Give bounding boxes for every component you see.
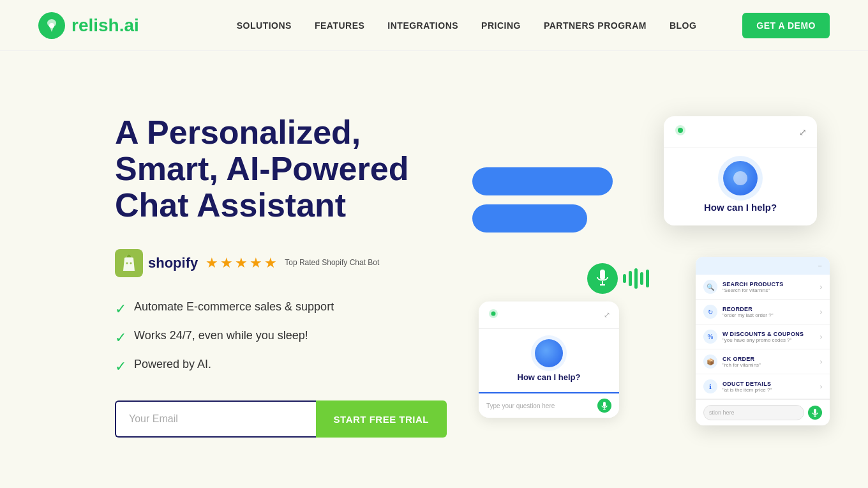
nav-solutions[interactable]: SOLUTIONS [237, 20, 292, 31]
start-trial-button[interactable]: START FREE TRIAL [316, 400, 447, 438]
star-3: ★ [235, 255, 248, 271]
option-title-5: ODUCT DETAILS [722, 381, 815, 387]
option-subtitle-3: "you have any promo codes ?" [722, 337, 815, 343]
svg-point-3 [130, 263, 132, 264]
star-2: ★ [220, 255, 233, 271]
nav-pricing[interactable]: PRICING [481, 20, 521, 31]
ai-orb-inner [733, 171, 747, 185]
shopify-name: shopify [148, 255, 198, 271]
product-option-icon: ℹ [703, 379, 717, 393]
feature-3: ✓ Powered by AI. [115, 358, 447, 375]
arrow-icon-3: › [820, 333, 822, 340]
chat-back-logo [488, 308, 499, 322]
sound-bar-3 [634, 268, 638, 289]
chat-logo-icon [674, 124, 687, 140]
how-can-help-small: How can I help? [518, 372, 581, 382]
check-icon-1: ✓ [115, 301, 126, 317]
option-content-3: W DISCOUNTS & COUPONS "you have any prom… [722, 331, 815, 343]
hero-section: A Personalized, Smart, AI-Powered Chat A… [0, 51, 868, 488]
option-content-2: REORDER "order my last order ?" [722, 306, 815, 318]
collapse-icon[interactable]: − [818, 262, 822, 270]
nav-links: SOLUTIONS FEATURES INTEGRATIONS PRICING … [237, 20, 830, 31]
chat-bubble-2 [472, 204, 587, 233]
shopify-logo: shopify [115, 249, 198, 277]
nav-partners[interactable]: PARTNERS PROGRAM [544, 20, 647, 31]
expand-icon[interactable]: ⤢ [799, 127, 807, 137]
options-input-area: stion here [696, 399, 830, 425]
chat-options-panel: − 🔍 SEARCH PRODUCTS "Search for vitamins… [696, 257, 830, 425]
star-1: ★ [206, 255, 218, 271]
sound-bar-5 [646, 270, 649, 287]
ai-orb-small [535, 339, 563, 367]
check-icon-2: ✓ [115, 330, 126, 346]
mic-icon [587, 263, 618, 294]
chat-body: How can I help? [664, 148, 817, 225]
sound-bars [623, 268, 649, 289]
discount-option-icon: % [703, 330, 717, 344]
chat-bubble-1 [472, 167, 613, 195]
option-content-5: ODUCT DETAILS "at is the item price ?" [722, 381, 815, 393]
option-track-order[interactable]: 📦 CK ORDER "rch for vitamins" › [696, 349, 830, 374]
features-list: ✓ Automate E-commerce sales & support ✓ … [115, 300, 447, 375]
option-subtitle-2: "order my last order ?" [722, 312, 815, 318]
nav-features[interactable]: FEATURES [315, 20, 364, 31]
sound-bar-1 [623, 274, 626, 283]
navigation: relish.ai SOLUTIONS FEATURES INTEGRATION… [0, 0, 868, 51]
star-5: ★ [264, 255, 277, 271]
cta-row: START FREE TRIAL [115, 400, 447, 438]
mic-small-svg [812, 409, 818, 417]
logo-icon [38, 12, 65, 39]
option-title-1: SEARCH PRODUCTS [722, 281, 815, 287]
get-demo-button[interactable]: GET A DEMO [742, 13, 830, 38]
chat-bubbles-bg [472, 167, 613, 233]
feature-1: ✓ Automate E-commerce sales & support [115, 300, 447, 317]
option-content-4: CK ORDER "rch for vitamins" [722, 356, 815, 368]
back-expand-icon[interactable]: ⤢ [604, 310, 610, 319]
sound-bar-2 [629, 271, 632, 286]
chat-back-body: How can I help? [479, 329, 619, 392]
chat-back-header: ⤢ [479, 301, 619, 329]
chat-header: ⤢ [664, 116, 817, 148]
shopify-badge: shopify ★ ★ ★ ★ ★ Top Rated Shopify Chat… [115, 249, 447, 277]
options-input[interactable]: stion here [703, 405, 804, 420]
option-subtitle-4: "rch for vitamins" [722, 362, 815, 368]
ai-orb [723, 161, 758, 195]
option-subtitle-5: "at is the item price ?" [722, 387, 815, 393]
hero-title: A Personalized, Smart, AI-Powered Chat A… [115, 114, 447, 224]
options-header: − [696, 257, 830, 275]
chat-widget-main: ⤢ How can I help? [664, 116, 817, 225]
hero-illustration: ⤢ How can I help? − 🔍 SEARCH PRODUCTS "S… [472, 116, 830, 436]
option-title-2: REORDER [722, 306, 815, 312]
option-search-products[interactable]: 🔍 SEARCH PRODUCTS "Search for vitamins" … [696, 275, 830, 300]
option-product-details[interactable]: ℹ ODUCT DETAILS "at is the item price ?"… [696, 374, 830, 399]
star-rating: ★ ★ ★ ★ ★ [206, 255, 277, 271]
svg-point-13 [491, 312, 496, 316]
shopify-bag-icon [115, 249, 143, 277]
chat-widget-back: ⤢ How can I help? Type your question her… [479, 301, 619, 418]
option-title-3: W DISCOUNTS & COUPONS [722, 331, 815, 337]
chat-typed-input-area: Type your question here [479, 392, 619, 418]
arrow-icon-1: › [820, 284, 822, 291]
chat-type-placeholder: Type your question here [486, 402, 592, 409]
star-4: ★ [250, 255, 262, 271]
arrow-icon-2: › [820, 309, 822, 316]
option-reorder[interactable]: ↻ REORDER "order my last order ?" › [696, 300, 830, 324]
chat-back-logo-svg [488, 308, 499, 319]
email-input[interactable] [115, 400, 316, 438]
mic-button-small[interactable] [808, 406, 822, 420]
svg-rect-4 [600, 270, 605, 280]
nav-blog[interactable]: BLOG [670, 20, 696, 31]
svg-rect-9 [814, 409, 816, 414]
search-option-icon: 🔍 [703, 280, 717, 294]
feature-2: ✓ Works 24/7, even while you sleep! [115, 329, 447, 346]
nav-integrations[interactable]: INTEGRATIONS [387, 20, 458, 31]
option-discounts[interactable]: % W DISCOUNTS & COUPONS "you have any pr… [696, 324, 830, 349]
arrow-icon-4: › [820, 358, 822, 365]
how-can-help-text: How can I help? [704, 202, 777, 213]
svg-rect-14 [603, 402, 606, 407]
logo-text: relish.ai [71, 15, 139, 36]
logo-link[interactable]: relish.ai [38, 12, 139, 39]
option-title-4: CK ORDER [722, 356, 815, 362]
mic-button-back[interactable] [597, 399, 611, 413]
option-subtitle-1: "Search for vitamins" [722, 287, 815, 293]
